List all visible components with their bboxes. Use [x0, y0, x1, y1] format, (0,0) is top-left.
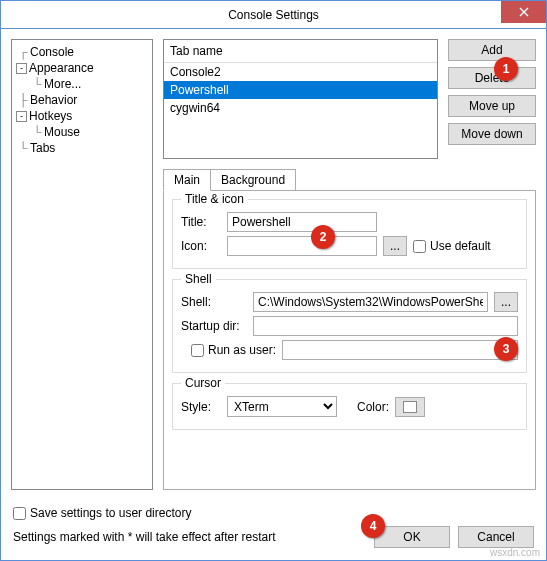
tree-item-appearance[interactable]: -Appearance — [14, 60, 150, 76]
annotation-badge-3: 3 — [494, 337, 518, 361]
color-label: Color: — [357, 400, 389, 414]
run-as-user-checkbox[interactable] — [191, 344, 204, 357]
save-settings-label[interactable]: Save settings to user directory — [13, 506, 191, 520]
shell-browse-button[interactable]: ... — [494, 292, 518, 312]
group-cursor: Cursor Style: XTerm Color: — [172, 383, 527, 430]
tab-strip: Main Background — [163, 169, 536, 191]
tab-panel-main: Title & icon Title: Icon: ... Use defaul… — [163, 190, 536, 490]
content-area: ┌Console -Appearance └More... ├Behavior … — [1, 29, 546, 500]
run-as-user-input[interactable] — [282, 340, 518, 360]
shell-input[interactable] — [253, 292, 488, 312]
icon-label: Icon: — [181, 239, 221, 253]
icon-browse-button[interactable]: ... — [383, 236, 407, 256]
tabs-list-row: Tab name Console2Powershellcygwin64 Add … — [163, 39, 536, 159]
move-down-button[interactable]: Move down — [448, 123, 536, 145]
tree-connector-icon: └ — [16, 141, 30, 155]
tree-connector-icon: ┌ — [16, 45, 30, 59]
restart-note: Settings marked with * will take effect … — [13, 530, 276, 544]
cancel-button[interactable]: Cancel — [458, 526, 534, 548]
settings-window: Console Settings ┌Console -Appearance └M… — [0, 0, 547, 561]
list-buttons-column: Add Delete Move up Move down — [448, 39, 536, 159]
save-settings-checkbox[interactable] — [13, 507, 26, 520]
run-as-user-label[interactable]: Run as user: — [191, 343, 276, 357]
group-legend: Title & icon — [181, 192, 248, 206]
use-default-label[interactable]: Use default — [413, 239, 491, 253]
close-button[interactable] — [501, 1, 546, 23]
category-tree[interactable]: ┌Console -Appearance └More... ├Behavior … — [11, 39, 153, 490]
group-title-icon: Title & icon Title: Icon: ... Use defaul… — [172, 199, 527, 269]
group-shell: Shell Shell: ... Startup dir: Run as use… — [172, 279, 527, 373]
title-input[interactable] — [227, 212, 377, 232]
tree-item-tabs[interactable]: └Tabs — [14, 140, 150, 156]
tree-connector-icon: └ — [30, 125, 44, 139]
use-default-checkbox[interactable] — [413, 240, 426, 253]
tree-item-behavior[interactable]: ├Behavior — [14, 92, 150, 108]
delete-button[interactable]: Delete — [448, 67, 536, 89]
group-legend: Shell — [181, 272, 216, 286]
right-pane: Tab name Console2Powershellcygwin64 Add … — [163, 39, 536, 490]
style-select[interactable]: XTerm — [227, 396, 337, 417]
annotation-badge-2: 2 — [311, 225, 335, 249]
tree-connector-icon: └ — [30, 77, 44, 91]
watermark: wsxdn.com — [490, 547, 540, 558]
list-item[interactable]: cygwin64 — [164, 99, 437, 117]
color-swatch-icon — [403, 401, 417, 413]
tab-main[interactable]: Main — [163, 169, 211, 191]
footer: Save settings to user directory Settings… — [1, 498, 546, 560]
startup-dir-input[interactable] — [253, 316, 518, 336]
tree-item-mouse[interactable]: └Mouse — [14, 124, 150, 140]
title-label: Title: — [181, 215, 221, 229]
add-button[interactable]: Add — [448, 39, 536, 61]
tree-item-more[interactable]: └More... — [14, 76, 150, 92]
group-legend: Cursor — [181, 376, 225, 390]
color-picker-button[interactable] — [395, 397, 425, 417]
collapse-icon[interactable]: - — [16, 63, 27, 74]
move-up-button[interactable]: Move up — [448, 95, 536, 117]
list-item[interactable]: Powershell — [164, 81, 437, 99]
close-icon — [519, 7, 529, 17]
annotation-badge-1: 1 — [494, 57, 518, 81]
list-item[interactable]: Console2 — [164, 63, 437, 81]
style-label: Style: — [181, 400, 221, 414]
tab-name-listbox[interactable]: Tab name Console2Powershellcygwin64 — [163, 39, 438, 159]
startup-dir-label: Startup dir: — [181, 319, 247, 333]
icon-input[interactable] — [227, 236, 377, 256]
tree-item-console[interactable]: ┌Console — [14, 44, 150, 60]
tree-item-hotkeys[interactable]: -Hotkeys — [14, 108, 150, 124]
listbox-header: Tab name — [164, 40, 437, 63]
ok-button[interactable]: OK — [374, 526, 450, 548]
titlebar: Console Settings — [1, 1, 546, 29]
annotation-badge-4: 4 — [361, 514, 385, 538]
tab-background[interactable]: Background — [210, 169, 296, 191]
tree-connector-icon: ├ — [16, 93, 30, 107]
shell-label: Shell: — [181, 295, 247, 309]
window-title: Console Settings — [228, 8, 319, 22]
collapse-icon[interactable]: - — [16, 111, 27, 122]
